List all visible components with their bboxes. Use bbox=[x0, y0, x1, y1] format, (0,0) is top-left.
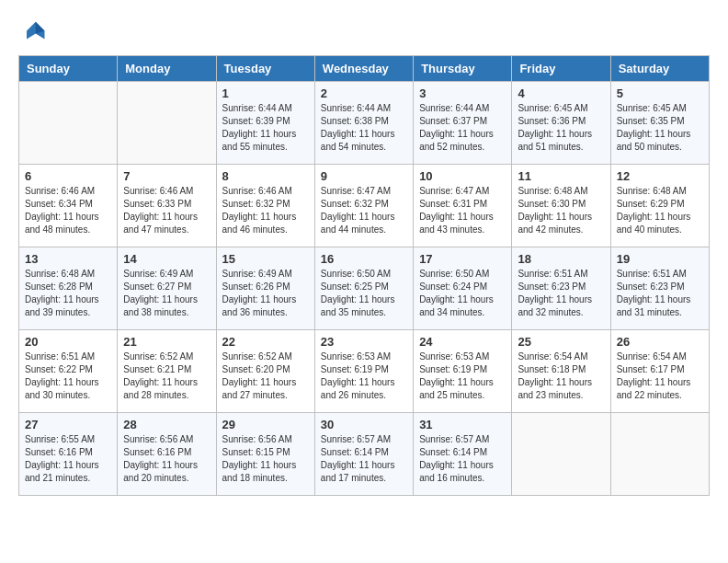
day-number: 18 bbox=[518, 252, 604, 266]
day-info: Sunrise: 6:56 AM Sunset: 6:15 PM Dayligh… bbox=[222, 433, 309, 485]
calendar-cell: 7Sunrise: 6:46 AM Sunset: 6:33 PM Daylig… bbox=[118, 165, 216, 247]
calendar-cell: 27Sunrise: 6:55 AM Sunset: 6:16 PM Dayli… bbox=[19, 413, 118, 496]
day-number: 27 bbox=[25, 418, 111, 431]
day-info: Sunrise: 6:45 AM Sunset: 6:35 PM Dayligh… bbox=[617, 102, 703, 154]
calendar-cell: 5Sunrise: 6:45 AM Sunset: 6:35 PM Daylig… bbox=[610, 82, 709, 165]
calendar-cell: 4Sunrise: 6:45 AM Sunset: 6:36 PM Daylig… bbox=[512, 82, 610, 165]
header-tuesday: Tuesday bbox=[216, 56, 314, 82]
calendar-cell: 25Sunrise: 6:54 AM Sunset: 6:18 PM Dayli… bbox=[512, 330, 610, 413]
calendar-cell: 23Sunrise: 6:53 AM Sunset: 6:19 PM Dayli… bbox=[314, 330, 413, 413]
day-info: Sunrise: 6:47 AM Sunset: 6:32 PM Dayligh… bbox=[321, 185, 407, 236]
day-info: Sunrise: 6:49 AM Sunset: 6:26 PM Dayligh… bbox=[222, 268, 309, 319]
calendar-cell bbox=[610, 413, 709, 496]
day-number: 4 bbox=[518, 86, 604, 100]
calendar-cell bbox=[512, 413, 610, 496]
calendar-cell: 24Sunrise: 6:53 AM Sunset: 6:19 PM Dayli… bbox=[414, 330, 512, 413]
day-info: Sunrise: 6:50 AM Sunset: 6:25 PM Dayligh… bbox=[321, 268, 407, 319]
day-info: Sunrise: 6:55 AM Sunset: 6:16 PM Dayligh… bbox=[25, 433, 111, 485]
calendar-cell: 8Sunrise: 6:46 AM Sunset: 6:32 PM Daylig… bbox=[216, 165, 314, 247]
calendar-cell bbox=[118, 82, 216, 165]
calendar-cell: 21Sunrise: 6:52 AM Sunset: 6:21 PM Dayli… bbox=[118, 330, 216, 413]
calendar-cell: 12Sunrise: 6:48 AM Sunset: 6:29 PM Dayli… bbox=[610, 165, 709, 247]
calendar-cell: 22Sunrise: 6:52 AM Sunset: 6:20 PM Dayli… bbox=[216, 330, 314, 413]
day-info: Sunrise: 6:51 AM Sunset: 6:22 PM Dayligh… bbox=[25, 350, 111, 402]
day-info: Sunrise: 6:54 AM Sunset: 6:17 PM Dayligh… bbox=[617, 350, 703, 402]
calendar-cell: 17Sunrise: 6:50 AM Sunset: 6:24 PM Dayli… bbox=[414, 247, 512, 330]
day-number: 12 bbox=[617, 169, 703, 183]
day-info: Sunrise: 6:51 AM Sunset: 6:23 PM Dayligh… bbox=[518, 268, 604, 319]
header-thursday: Thursday bbox=[414, 56, 512, 82]
day-number: 28 bbox=[123, 418, 210, 431]
day-info: Sunrise: 6:57 AM Sunset: 6:14 PM Dayligh… bbox=[321, 433, 407, 485]
calendar-cell: 19Sunrise: 6:51 AM Sunset: 6:23 PM Dayli… bbox=[610, 247, 709, 330]
day-number: 19 bbox=[617, 252, 703, 266]
day-info: Sunrise: 6:53 AM Sunset: 6:19 PM Dayligh… bbox=[419, 350, 506, 402]
logo-icon bbox=[18, 18, 46, 46]
calendar-week-row: 13Sunrise: 6:48 AM Sunset: 6:28 PM Dayli… bbox=[19, 247, 710, 330]
day-info: Sunrise: 6:45 AM Sunset: 6:36 PM Dayligh… bbox=[518, 102, 604, 154]
day-number: 11 bbox=[518, 169, 604, 183]
day-number: 9 bbox=[321, 169, 407, 183]
day-number: 29 bbox=[222, 418, 309, 431]
day-number: 6 bbox=[25, 169, 111, 183]
calendar-week-row: 27Sunrise: 6:55 AM Sunset: 6:16 PM Dayli… bbox=[19, 413, 710, 496]
day-number: 7 bbox=[123, 169, 210, 183]
calendar-cell bbox=[19, 82, 118, 165]
calendar-cell: 16Sunrise: 6:50 AM Sunset: 6:25 PM Dayli… bbox=[314, 247, 413, 330]
calendar-cell: 9Sunrise: 6:47 AM Sunset: 6:32 PM Daylig… bbox=[314, 165, 413, 247]
day-number: 14 bbox=[123, 252, 210, 266]
calendar-header-row: SundayMondayTuesdayWednesdayThursdayFrid… bbox=[19, 56, 710, 82]
header bbox=[18, 18, 710, 46]
calendar-cell: 31Sunrise: 6:57 AM Sunset: 6:14 PM Dayli… bbox=[414, 413, 512, 496]
day-number: 1 bbox=[222, 86, 309, 100]
calendar-cell: 29Sunrise: 6:56 AM Sunset: 6:15 PM Dayli… bbox=[216, 413, 314, 496]
day-number: 22 bbox=[222, 335, 309, 349]
day-number: 8 bbox=[222, 169, 309, 183]
calendar-cell: 30Sunrise: 6:57 AM Sunset: 6:14 PM Dayli… bbox=[314, 413, 413, 496]
calendar-week-row: 20Sunrise: 6:51 AM Sunset: 6:22 PM Dayli… bbox=[19, 330, 710, 413]
calendar-cell: 1Sunrise: 6:44 AM Sunset: 6:39 PM Daylig… bbox=[216, 82, 314, 165]
logo bbox=[18, 18, 50, 46]
day-number: 25 bbox=[518, 335, 604, 349]
day-info: Sunrise: 6:46 AM Sunset: 6:32 PM Dayligh… bbox=[222, 185, 309, 236]
calendar-cell: 2Sunrise: 6:44 AM Sunset: 6:38 PM Daylig… bbox=[314, 82, 413, 165]
day-info: Sunrise: 6:46 AM Sunset: 6:33 PM Dayligh… bbox=[123, 185, 210, 236]
calendar-cell: 14Sunrise: 6:49 AM Sunset: 6:27 PM Dayli… bbox=[118, 247, 216, 330]
day-number: 23 bbox=[321, 335, 407, 349]
calendar-cell: 28Sunrise: 6:56 AM Sunset: 6:16 PM Dayli… bbox=[118, 413, 216, 496]
day-info: Sunrise: 6:56 AM Sunset: 6:16 PM Dayligh… bbox=[123, 433, 210, 485]
day-info: Sunrise: 6:48 AM Sunset: 6:30 PM Dayligh… bbox=[518, 185, 604, 236]
day-info: Sunrise: 6:52 AM Sunset: 6:20 PM Dayligh… bbox=[222, 350, 309, 402]
header-friday: Friday bbox=[512, 56, 610, 82]
day-number: 24 bbox=[419, 335, 506, 349]
calendar-cell: 13Sunrise: 6:48 AM Sunset: 6:28 PM Dayli… bbox=[19, 247, 118, 330]
calendar-cell: 6Sunrise: 6:46 AM Sunset: 6:34 PM Daylig… bbox=[19, 165, 118, 247]
day-info: Sunrise: 6:48 AM Sunset: 6:29 PM Dayligh… bbox=[617, 185, 703, 236]
calendar-cell: 15Sunrise: 6:49 AM Sunset: 6:26 PM Dayli… bbox=[216, 247, 314, 330]
day-info: Sunrise: 6:44 AM Sunset: 6:39 PM Dayligh… bbox=[222, 102, 309, 154]
day-info: Sunrise: 6:54 AM Sunset: 6:18 PM Dayligh… bbox=[518, 350, 604, 402]
day-number: 3 bbox=[419, 86, 506, 100]
day-number: 16 bbox=[321, 252, 407, 266]
calendar-week-row: 6Sunrise: 6:46 AM Sunset: 6:34 PM Daylig… bbox=[19, 165, 710, 247]
header-monday: Monday bbox=[118, 56, 216, 82]
day-number: 30 bbox=[321, 418, 407, 431]
calendar-cell: 3Sunrise: 6:44 AM Sunset: 6:37 PM Daylig… bbox=[414, 82, 512, 165]
day-info: Sunrise: 6:52 AM Sunset: 6:21 PM Dayligh… bbox=[123, 350, 210, 402]
header-wednesday: Wednesday bbox=[314, 56, 413, 82]
day-info: Sunrise: 6:50 AM Sunset: 6:24 PM Dayligh… bbox=[419, 268, 506, 319]
day-number: 26 bbox=[617, 335, 703, 349]
day-number: 2 bbox=[321, 86, 407, 100]
day-info: Sunrise: 6:46 AM Sunset: 6:34 PM Dayligh… bbox=[25, 185, 111, 236]
day-info: Sunrise: 6:48 AM Sunset: 6:28 PM Dayligh… bbox=[25, 268, 111, 319]
day-info: Sunrise: 6:44 AM Sunset: 6:38 PM Dayligh… bbox=[321, 102, 407, 154]
day-info: Sunrise: 6:44 AM Sunset: 6:37 PM Dayligh… bbox=[419, 102, 506, 154]
calendar-week-row: 1Sunrise: 6:44 AM Sunset: 6:39 PM Daylig… bbox=[19, 82, 710, 165]
day-info: Sunrise: 6:51 AM Sunset: 6:23 PM Dayligh… bbox=[617, 268, 703, 319]
day-info: Sunrise: 6:57 AM Sunset: 6:14 PM Dayligh… bbox=[419, 433, 506, 485]
calendar-table: SundayMondayTuesdayWednesdayThursdayFrid… bbox=[18, 55, 710, 496]
header-sunday: Sunday bbox=[19, 56, 118, 82]
day-number: 15 bbox=[222, 252, 309, 266]
header-saturday: Saturday bbox=[610, 56, 709, 82]
day-number: 20 bbox=[25, 335, 111, 349]
